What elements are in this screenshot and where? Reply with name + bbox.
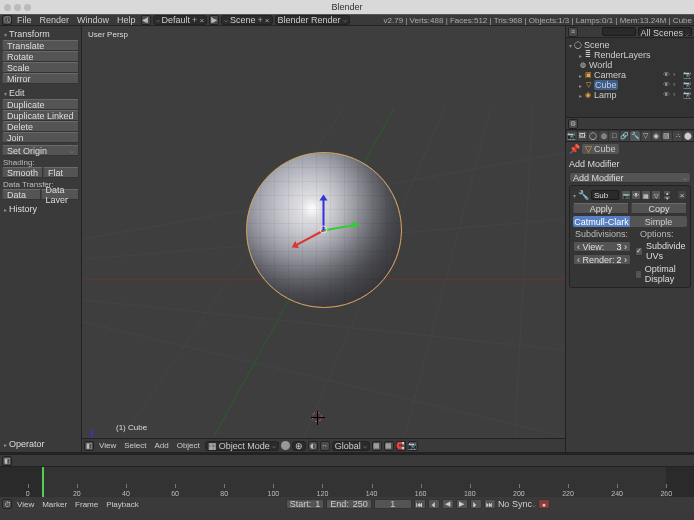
editor-type-icon[interactable]: ◧ [84, 441, 94, 451]
tl-menu-view[interactable]: View [14, 500, 37, 509]
scene-dropdown[interactable]: ⌵ Scene + × [221, 15, 272, 25]
tree-item-camera[interactable]: ▸▣Camera👁›📷 [569, 70, 691, 80]
vp-menu-object[interactable]: Object [174, 441, 203, 450]
disclosure-icon[interactable]: ▸ [579, 52, 582, 59]
optimal-display-checkbox[interactable]: Optimal Display [635, 264, 687, 284]
duplicate-button[interactable]: Duplicate [2, 99, 79, 110]
close-icon[interactable]: × [265, 16, 270, 25]
move-down-button[interactable]: ▾ [663, 195, 671, 200]
menu-window[interactable]: Window [74, 15, 112, 25]
pivot-dropdown[interactable]: ⊕ [292, 441, 306, 451]
data-layer-button[interactable]: Data Layer [41, 189, 80, 200]
keyframe-prev-button[interactable]: ⏴ [428, 499, 440, 509]
render-toggle[interactable]: 📷 [621, 190, 631, 200]
history-panel-header[interactable]: ▸History [2, 203, 79, 215]
editor-type-icon[interactable]: ⓘ [2, 15, 12, 25]
vp-menu-view[interactable]: View [96, 441, 119, 450]
delete-button[interactable]: Delete [2, 121, 79, 132]
pin-icon[interactable]: 📌 [569, 144, 580, 154]
menu-render[interactable]: Render [37, 15, 73, 25]
remove-modifier-button[interactable]: × [677, 190, 687, 200]
vp-menu-select[interactable]: Select [121, 441, 149, 450]
layer-button[interactable]: ▦ [372, 441, 382, 451]
modifiers-tab[interactable]: 🔧 [630, 131, 640, 141]
duplicate-linked-button[interactable]: Duplicate Linked [2, 110, 79, 121]
jump-end-button[interactable]: ⏭ [484, 499, 496, 509]
renderlayers-tab[interactable]: 🖼 [578, 131, 588, 141]
tree-item-lamp[interactable]: ▸◉Lamp👁›📷 [569, 90, 691, 100]
transform-gizmo[interactable] [323, 230, 324, 231]
render-icon[interactable]: 📷 [683, 91, 691, 99]
disclosure-icon[interactable]: ▸ [579, 82, 582, 89]
material-tab[interactable]: ◉ [652, 131, 662, 141]
disclosure-icon[interactable]: ▸ [579, 72, 582, 79]
keyframe-next-button[interactable]: ⏵ [470, 499, 482, 509]
close-icon[interactable]: × [199, 16, 204, 25]
3d-viewport[interactable]: User Persp (1) Cube ◧ View Select Add Ob… [82, 26, 565, 452]
shading-dropdown[interactable] [281, 441, 290, 450]
cursor-icon[interactable]: › [673, 91, 681, 99]
object-tab[interactable]: □ [609, 131, 619, 141]
tl-menu-playback[interactable]: Playback [103, 500, 141, 509]
eye-icon[interactable]: 👁 [663, 71, 671, 79]
copy-button[interactable]: Copy [631, 203, 687, 214]
cursor-icon[interactable]: › [673, 81, 681, 89]
layer-button[interactable]: ▦ [384, 441, 394, 451]
snap-toggle[interactable]: 🧲 [396, 441, 406, 451]
editor-type-icon[interactable]: ⚙ [568, 119, 578, 129]
render-preview-button[interactable]: 📷 [408, 441, 418, 451]
particles-tab[interactable]: ∴ [673, 131, 683, 141]
layout-dropdown[interactable]: ⌵ Default + × [153, 15, 207, 25]
view-subdivision-field[interactable]: ‹ View:3 › [573, 241, 631, 252]
forward-button[interactable]: ⯈ [209, 15, 219, 25]
tree-item-world[interactable]: ◍World [569, 60, 691, 70]
add-modifier-dropdown[interactable]: Add Modifier⌵ [569, 172, 691, 183]
render-engine-dropdown[interactable]: Blender Render ⌵ [275, 15, 350, 25]
eye-icon[interactable]: 👁 [663, 81, 671, 89]
operator-panel-header[interactable]: ▸Operator [2, 438, 79, 450]
viewport-toggle[interactable]: 👁 [631, 190, 641, 200]
frame-start-field[interactable]: Start:1 [286, 499, 325, 509]
tree-item-scene[interactable]: ▾◯Scene [569, 40, 691, 50]
manipulator-translate-icon[interactable]: ↔ [320, 441, 330, 451]
data-button[interactable]: Data [2, 189, 41, 200]
menu-help[interactable]: Help [114, 15, 139, 25]
simple-tab[interactable]: Simple [630, 216, 687, 227]
tl-menu-frame[interactable]: Frame [72, 500, 101, 509]
render-icon[interactable]: 📷 [683, 81, 691, 89]
editor-type-icon[interactable]: ≡ [568, 27, 578, 37]
play-button[interactable]: ▶ [456, 499, 468, 509]
render-icon[interactable]: 📷 [683, 71, 691, 79]
timeline-track[interactable]: 020406080100120140160180200220240260 [0, 467, 694, 497]
subdivided-cube-object[interactable] [246, 152, 402, 308]
outliner-search-input[interactable] [602, 27, 636, 36]
modifier-name-field[interactable] [591, 190, 619, 200]
editor-type-icon[interactable]: ◧ [2, 456, 12, 466]
context-object[interactable]: ▽Cube [582, 144, 619, 154]
play-reverse-button[interactable]: ◀ [442, 499, 454, 509]
sync-dropdown[interactable]: No Sync⌵ [498, 499, 536, 509]
triangle-down-icon[interactable]: ▾ [573, 192, 576, 199]
autokey-toggle[interactable]: ● [538, 499, 550, 509]
scale-button[interactable]: Scale [2, 62, 79, 73]
plus-icon[interactable]: + [192, 15, 197, 25]
transform-panel-header[interactable]: ▾Transform [2, 28, 79, 40]
data-tab[interactable]: ▽ [641, 131, 651, 141]
tree-item-cube[interactable]: ▸▽Cube👁›📷 [569, 80, 691, 90]
subdivide-uvs-checkbox[interactable]: ✓Subdivide UVs [635, 241, 687, 261]
back-button[interactable]: ⯇ [141, 15, 151, 25]
outliner-tree[interactable]: ▾◯Scene ▸≣RenderLayers ◍World ▸▣Camera👁›… [566, 38, 694, 102]
rotate-button[interactable]: Rotate [2, 51, 79, 62]
apply-button[interactable]: Apply [573, 203, 629, 214]
disclosure-icon[interactable]: ▾ [569, 42, 572, 49]
shade-smooth-button[interactable]: Smooth [2, 167, 43, 178]
tl-menu-marker[interactable]: Marker [39, 500, 70, 509]
menu-file[interactable]: File [14, 15, 35, 25]
world-tab[interactable]: ◍ [599, 131, 609, 141]
eye-icon[interactable]: 👁 [663, 91, 671, 99]
orientation-dropdown[interactable]: Global⌵ [332, 441, 370, 451]
mode-dropdown[interactable]: ▦Object Mode⌵ [205, 441, 279, 451]
catmull-clark-tab[interactable]: Catmull-Clark [573, 216, 630, 227]
render-tab[interactable]: 📷 [567, 131, 577, 141]
current-frame-field[interactable]: 1 [374, 499, 412, 509]
